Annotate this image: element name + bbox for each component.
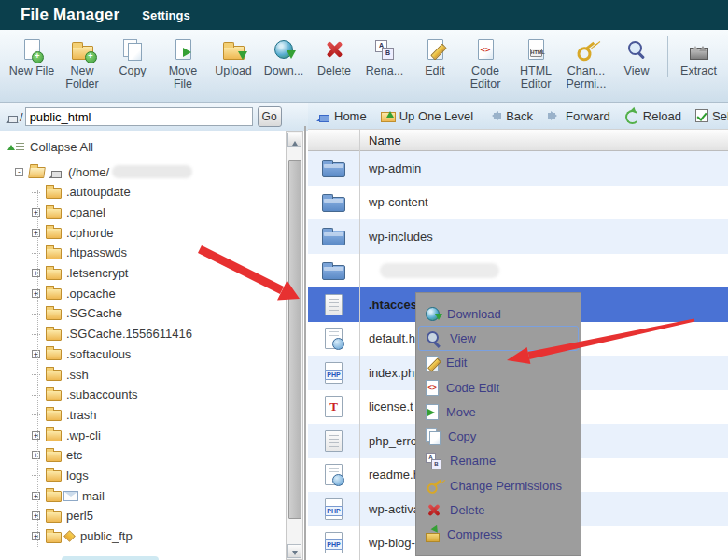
tree-item-label: .subaccounts [66,387,138,401]
tree-item[interactable]: + .softaculous [0,344,286,365]
toolbar-button[interactable]: View [611,36,662,77]
tree-item-label: .SGCache [66,306,122,320]
tree-item[interactable]: .SGCache.1556611416 [0,324,286,344]
folder-icon [46,309,62,320]
list-header[interactable]: Name [308,129,728,151]
toolbar-button[interactable]: Chan... Permi... [561,36,611,91]
tree-expand-box[interactable]: + [32,350,40,358]
tree-root-home[interactable]: - (/home/ [0,161,286,182]
nav-item[interactable]: Forward [547,109,610,123]
tree-expand-box[interactable]: + [32,269,40,277]
file-name: index.php [359,366,421,380]
file-row[interactable] [308,254,728,288]
tree-expand-box[interactable]: + [32,208,40,217]
page-title: File Manager [21,6,119,24]
tree-item[interactable]: + .letsencrypt [0,263,286,284]
tree-item[interactable]: .ssh [0,364,286,385]
toolbar-button[interactable]: Down... [259,36,309,77]
tree-item[interactable]: .autoupdate [0,182,286,203]
context-menu-item[interactable]: Code Edit [418,375,579,399]
path-input[interactable] [25,107,253,126]
nav-item[interactable]: Reload [624,109,681,123]
toolbar-button[interactable]: New Folder [57,36,107,91]
toolbar-button-label: New Folder [57,64,107,91]
tree-root-label: (/home/ [68,165,109,179]
context-menu-item[interactable]: Delete [418,497,579,522]
tree-expand-box[interactable]: + [32,511,40,520]
toolbar-button[interactable]: Delete [309,36,359,77]
toolbar-button[interactable]: Upload [208,36,259,77]
tree-expand-box[interactable]: + [32,431,40,440]
nav-item[interactable]: Back [487,109,533,123]
tree-expand-box[interactable] [32,414,40,415]
settings-link[interactable]: Settings [142,8,189,22]
tree-expand-box[interactable]: + [32,289,40,298]
tree-item-label: .trash [66,408,97,422]
pane-divider [304,126,306,560]
file-row[interactable]: wp-admin [308,151,728,186]
file-icon-cell [308,396,359,417]
scroll-up-arrow[interactable] [287,133,301,147]
context-menu-item[interactable]: Download [418,301,579,326]
toolbar-button-icon [410,36,460,63]
tree-item[interactable]: + perl5 [0,506,286,526]
file-icon-cell [308,227,359,245]
collapse-all[interactable]: Collapse All [0,131,286,155]
tree-expand-box[interactable] [32,192,40,193]
tree-item[interactable]: .subaccounts [0,385,286,405]
tree-scrollbar[interactable] [286,131,303,560]
context-menu-item[interactable]: Compress [418,523,579,547]
tree-expand-box[interactable]: + [32,229,40,237]
tree-item[interactable]: + public_ftp [0,526,286,547]
tree-item[interactable]: .trash [0,405,286,426]
context-menu-item[interactable]: Edit [418,351,579,375]
nav-item[interactable]: Select [695,109,728,123]
context-menu-item[interactable]: Move [418,399,579,424]
tree-item[interactable]: + mail [0,485,286,506]
context-menu-item[interactable]: View [418,326,579,350]
tree-item[interactable]: logs [0,466,286,486]
tree-expand-box[interactable]: + [32,532,40,540]
tree-item[interactable]: + .cpanel [0,203,286,223]
toolbar-button[interactable]: Code Editor [460,36,511,91]
tree-expand-box[interactable] [32,253,40,254]
scrollbar-thumb[interactable] [288,160,301,519]
tree-expand-box[interactable] [32,374,40,375]
column-separator [359,129,360,560]
toolbar-button[interactable]: Move File [158,36,208,91]
toolbar-icon [223,46,245,60]
toolbar-button[interactable]: Rena... [359,36,410,77]
tree-expand-box[interactable] [32,334,40,335]
toolbar-button[interactable]: HTML Editor [511,36,561,91]
tree-item[interactable]: + .opcache [0,283,286,303]
tree-item-label: etc [66,448,82,462]
context-menu-item[interactable]: Copy [418,424,579,448]
toolbar-button-icon [158,36,208,63]
tree-item[interactable]: + .cphorde [0,222,286,243]
toolbar-button[interactable]: New File [7,36,57,77]
tree-item[interactable]: + .wp-cli [0,425,286,445]
go-button[interactable]: Go [258,106,282,127]
context-menu-item[interactable]: Rename [418,449,579,473]
folder-icon [46,188,62,199]
tree-root-expand-box[interactable]: - [15,168,23,176]
tree-item[interactable]: + etc [0,445,286,466]
tree-expand-box[interactable]: + [32,451,40,459]
tree-expand-box[interactable] [32,395,40,396]
tree-expand-box[interactable]: + [32,492,40,500]
tree-item[interactable]: .SGCache [0,303,286,324]
tree-expand-box[interactable] [32,475,40,476]
file-row[interactable]: wp-content [308,186,728,220]
tree-expand-box[interactable] [32,314,40,315]
file-row[interactable]: wp-includes [308,219,728,254]
file-name: wp-content [359,195,428,209]
tree-item[interactable]: .htpasswds [0,243,286,263]
nav-item[interactable]: Home [315,109,367,123]
toolbar-button-icon [57,36,107,63]
scroll-down-arrow[interactable] [287,544,301,558]
toolbar-button[interactable]: Edit [410,36,460,77]
nav-item[interactable]: Up One Level [381,109,474,123]
toolbar-button[interactable]: Extract [667,36,723,77]
toolbar-button[interactable]: Copy [107,36,158,77]
context-menu-item[interactable]: Change Permissions [418,473,579,497]
